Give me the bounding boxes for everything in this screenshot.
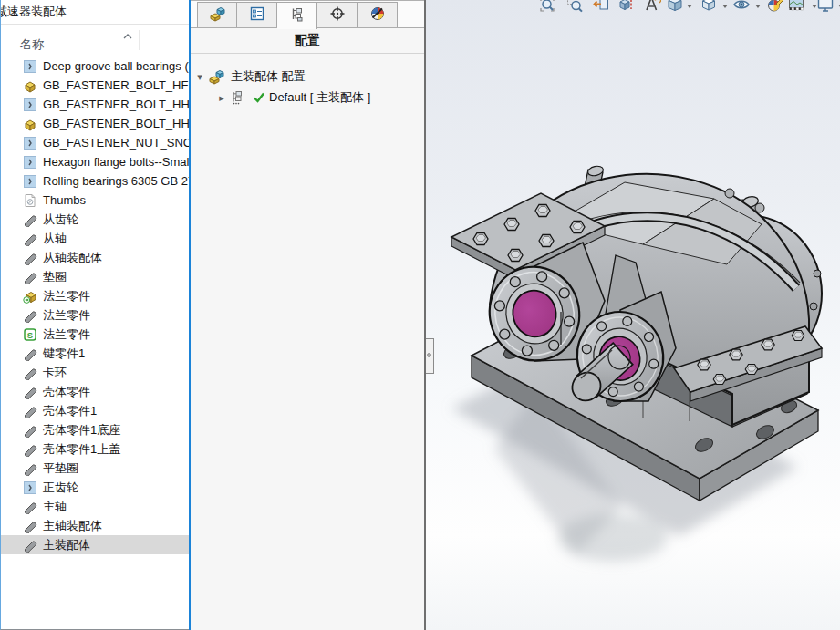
file-list: Deep groove ball bearings (GB_FASTENER_B… bbox=[1, 57, 189, 554]
dimxpert-tab[interactable] bbox=[317, 2, 358, 27]
part-gray-icon bbox=[23, 251, 37, 265]
configuration-manager-panel: 配置 ▾ 主装配体 配置 ▸ bbox=[191, 0, 424, 630]
file-label: 键零件1 bbox=[43, 346, 85, 362]
file-row-16[interactable]: 键零件1 bbox=[1, 344, 189, 363]
thumb-blue-icon bbox=[23, 174, 37, 189]
file-row-20[interactable]: 壳体零件1底座 bbox=[1, 420, 189, 439]
file-row-3[interactable]: GB_FASTENER_BOLT_HHBFT( bbox=[1, 95, 189, 114]
file-label: Deep groove ball bearings ( bbox=[43, 59, 189, 73]
file-row-18[interactable]: 壳体零件 bbox=[1, 382, 189, 401]
collapse-arrow-icon[interactable]: ▾ bbox=[194, 71, 205, 82]
file-row-5[interactable]: GB_FASTENER_NUT_SNC1 M bbox=[1, 133, 189, 152]
file-label: 法兰零件 bbox=[43, 307, 90, 324]
thumb-blue-icon bbox=[23, 155, 37, 170]
file-label: GB_FASTENER_BOLT_HHBFT( bbox=[43, 117, 189, 130]
column-header-name[interactable]: 名称 bbox=[20, 36, 44, 53]
part-gray-icon bbox=[23, 519, 37, 533]
file-row-15[interactable]: S法兰零件 bbox=[1, 325, 189, 344]
tree-item-default-config[interactable]: ▸ Default [ 主装配体 ] bbox=[191, 87, 424, 108]
panel-splitter[interactable] bbox=[424, 0, 426, 630]
edrw-green-icon: S bbox=[23, 327, 37, 342]
file-label: GB_FASTENER_BOLT_HHBFT( bbox=[43, 98, 189, 111]
manager-tab-bar bbox=[191, 0, 424, 28]
list-header: 名称 bbox=[1, 25, 189, 57]
zoom-to-area-button[interactable] bbox=[565, 0, 584, 14]
file-label: 壳体零件1上盖 bbox=[43, 441, 120, 458]
view-orientation-button[interactable] bbox=[666, 0, 684, 14]
file-row-11[interactable]: 从轴装配体 bbox=[1, 248, 189, 267]
gearbox-model[interactable] bbox=[426, 0, 840, 630]
file-row-21[interactable]: 壳体零件1上盖 bbox=[1, 439, 189, 459]
part-gray-icon bbox=[23, 308, 37, 323]
part-gray-icon bbox=[23, 538, 37, 553]
file-label: 平垫圈 bbox=[43, 460, 78, 477]
file-row-12[interactable]: 垫圈 bbox=[1, 267, 189, 286]
hide-show-items-dropdown-caret[interactable] bbox=[755, 5, 761, 8]
section-view-button[interactable] bbox=[617, 0, 636, 14]
tree-item-label: 主装配体 配置 bbox=[231, 68, 306, 85]
file-label: Rolling bearings 6305 GB 27 bbox=[43, 174, 189, 188]
edit-appearance-button[interactable] bbox=[766, 0, 784, 14]
file-row-23[interactable]: 正齿轮 bbox=[1, 478, 189, 497]
file-row-14[interactable]: 法兰零件 bbox=[1, 305, 189, 325]
file-label: Thumbs bbox=[43, 193, 86, 207]
graphics-viewport[interactable] bbox=[426, 0, 840, 630]
dimxpert-icon bbox=[329, 5, 346, 26]
window-title: 减速器装配体 bbox=[1, 0, 189, 25]
panel-collapse-handle[interactable] bbox=[426, 338, 434, 374]
heads-up-toolbar bbox=[426, 0, 840, 19]
displaymanager-tab[interactable] bbox=[358, 2, 398, 27]
svg-text:S: S bbox=[27, 329, 33, 339]
file-row-8[interactable]: Thumbs bbox=[1, 191, 189, 210]
propertymanager-tab[interactable] bbox=[237, 2, 277, 27]
assembly-configurations-icon bbox=[208, 68, 224, 85]
file-row-10[interactable]: 从轴 bbox=[1, 229, 189, 248]
file-row-26[interactable]: 主装配体 bbox=[1, 535, 189, 554]
file-row-7[interactable]: Rolling bearings 6305 GB 27 bbox=[1, 171, 189, 191]
configuration-node-icon bbox=[230, 89, 246, 106]
display-style-button[interactable] bbox=[700, 0, 718, 14]
thumb-blue-icon bbox=[23, 480, 37, 495]
file-label: 正齿轮 bbox=[43, 480, 78, 496]
configurationmanager-tab[interactable] bbox=[277, 2, 317, 29]
annotation-view-button[interactable] bbox=[643, 0, 661, 14]
view-settings-button[interactable] bbox=[816, 0, 835, 14]
file-label: 主轴装配体 bbox=[43, 518, 102, 534]
file-label: 从齿轮 bbox=[43, 212, 78, 228]
expand-arrow-icon[interactable]: ▸ bbox=[216, 92, 227, 103]
file-row-25[interactable]: 主轴装配体 bbox=[1, 516, 189, 535]
file-row-22[interactable]: 平垫圈 bbox=[1, 459, 189, 478]
file-label: 主轴 bbox=[43, 499, 67, 515]
apply-scene-button[interactable] bbox=[787, 0, 805, 14]
file-row-4[interactable]: GB_FASTENER_BOLT_HHBFT( bbox=[1, 114, 189, 133]
sort-ascending-icon[interactable] bbox=[122, 27, 133, 44]
part-yellow-green-icon bbox=[23, 289, 37, 304]
zoom-to-fit-button[interactable] bbox=[538, 0, 556, 14]
file-row-19[interactable]: 壳体零件1 bbox=[1, 401, 189, 420]
assembly-icon bbox=[209, 5, 225, 26]
file-row-9[interactable]: 从齿轮 bbox=[1, 210, 189, 229]
hide-show-items-button[interactable] bbox=[732, 0, 751, 14]
file-row-24[interactable]: 主轴 bbox=[1, 497, 189, 516]
bolt-yellow-icon bbox=[23, 78, 37, 93]
part-gray-icon bbox=[23, 385, 37, 399]
file-row-13[interactable]: 法兰零件 bbox=[1, 286, 189, 305]
file-row-2[interactable]: GB_FASTENER_BOLT_HFBSS bbox=[1, 76, 189, 95]
part-gray-icon bbox=[23, 404, 37, 418]
file-row-6[interactable]: Hexagon flange bolts--Smal bbox=[1, 152, 189, 171]
window-title-text: 减速器装配体 bbox=[1, 0, 67, 23]
part-gray-icon bbox=[23, 423, 37, 438]
file-row-1[interactable]: Deep groove ball bearings ( bbox=[1, 57, 189, 76]
part-gray-icon bbox=[23, 212, 37, 227]
file-label: 卡环 bbox=[43, 365, 67, 381]
previous-view-button[interactable] bbox=[592, 0, 610, 14]
thumb-blue-icon bbox=[23, 59, 37, 74]
featuremanager-tab[interactable] bbox=[197, 2, 237, 27]
view-orientation-dropdown-caret[interactable] bbox=[687, 5, 692, 8]
tree-item-root-configurations[interactable]: ▾ 主装配体 配置 bbox=[191, 66, 424, 87]
display-style-dropdown-caret[interactable] bbox=[722, 5, 728, 8]
part-gray-icon bbox=[23, 366, 37, 380]
file-row-17[interactable]: 卡环 bbox=[1, 363, 189, 382]
file-label: 壳体零件1 bbox=[43, 403, 97, 419]
handle-dot-icon bbox=[427, 353, 431, 357]
